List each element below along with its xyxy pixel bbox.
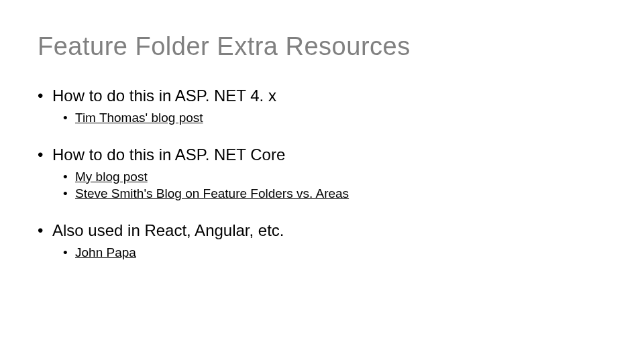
slide-title: Feature Folder Extra Resources bbox=[38, 32, 606, 61]
section-heading: Also used in React, Angular, etc. bbox=[38, 221, 606, 240]
link-steve-smith[interactable]: Steve Smith's Blog on Feature Folders vs… bbox=[75, 186, 349, 200]
link-john-papa[interactable]: John Papa bbox=[75, 245, 136, 259]
section-react-angular: Also used in React, Angular, etc. John P… bbox=[38, 221, 606, 261]
list-item: Tim Thomas' blog post bbox=[75, 109, 606, 127]
section-heading: How to do this in ASP. NET 4. x bbox=[38, 86, 606, 105]
section-aspnet-core: How to do this in ASP. NET Core My blog … bbox=[38, 145, 606, 202]
link-tim-thomas[interactable]: Tim Thomas' blog post bbox=[75, 111, 203, 125]
list-item: My blog post bbox=[75, 168, 606, 186]
link-my-blog[interactable]: My blog post bbox=[75, 170, 148, 184]
section-links: Tim Thomas' blog post bbox=[38, 109, 606, 127]
section-aspnet-4x: How to do this in ASP. NET 4. x Tim Thom… bbox=[38, 86, 606, 127]
list-item: Steve Smith's Blog on Feature Folders vs… bbox=[75, 185, 606, 202]
section-links: My blog post Steve Smith's Blog on Featu… bbox=[38, 168, 606, 202]
section-links: John Papa bbox=[38, 244, 606, 261]
section-heading: How to do this in ASP. NET Core bbox=[38, 145, 606, 164]
list-item: John Papa bbox=[75, 244, 606, 261]
